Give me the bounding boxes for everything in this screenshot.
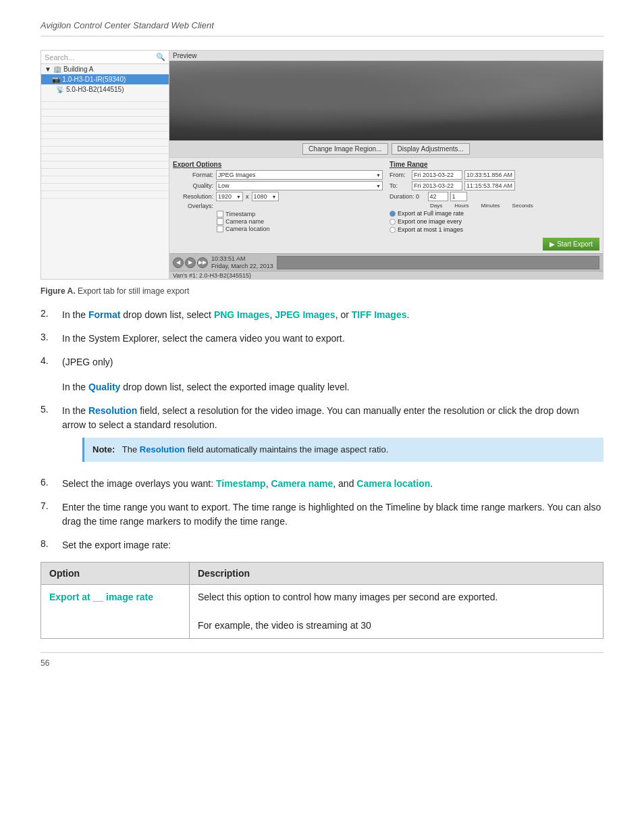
expand-icon: ▼: [45, 66, 51, 73]
tree-item-building[interactable]: ▼ 🏢 Building A: [41, 64, 169, 74]
quality-select[interactable]: Low: [216, 181, 383, 190]
camera-name: Van's #1: 2.0-H3-B2(345515): [173, 272, 251, 279]
quality-label: Quality:: [173, 182, 213, 189]
building-label: Building A: [63, 66, 93, 73]
description-cell: Select this option to control how many i…: [190, 584, 603, 638]
step-7-text: Enter the time range you want to export.…: [62, 500, 603, 529]
to-time[interactable]: 11:15:53.784 AM: [464, 181, 515, 190]
timestamp-link[interactable]: Timestamp: [216, 478, 266, 489]
display-adjustments-button[interactable]: Display Adjustments...: [392, 143, 470, 155]
minutes-label: Minutes: [481, 203, 500, 209]
start-export-button[interactable]: ▶ Start Export: [543, 238, 599, 251]
camera-name-link[interactable]: Camera name: [271, 478, 333, 489]
format-label: Format:: [173, 172, 213, 178]
tree-item-camera1[interactable]: 📷 1.0-H3-D1-IR(59340): [41, 74, 169, 84]
step-4-text: (JPEG only): [62, 357, 113, 367]
screenshot-container: Search... 🔍 ▼ 🏢 Building A 📷 1.0-H3-D1-I…: [41, 50, 603, 280]
figure-label: Figure A.: [41, 286, 76, 296]
cameralocation-checkbox[interactable]: [217, 226, 223, 232]
resolution-width-input[interactable]: 1920: [216, 192, 243, 201]
export-rate-table: Option Description Export at __ image ra…: [41, 562, 603, 639]
from-time[interactable]: 10:33:51.856 AM: [464, 170, 515, 180]
overlay-cameralocation-row: Camera location: [217, 226, 383, 232]
resolution-link[interactable]: Resolution: [88, 405, 137, 416]
tree-item-camera2[interactable]: 📡 5.0-H3-B2(144515): [41, 84, 169, 95]
camera1-label: 1.0-H3-D1-IR(59340): [62, 76, 126, 83]
step-3-text: In the System Explorer, select the camer…: [62, 332, 603, 346]
tl-time: 10:33:51 AM Friday, March 22, 2013: [211, 255, 273, 270]
resolution-label: Resolution:: [173, 193, 213, 200]
search-input[interactable]: Search...: [45, 53, 153, 61]
to-date[interactable]: Fri 2013-03-22: [412, 181, 462, 190]
step-6-text: Select the image overlays you want: Time…: [62, 477, 603, 491]
to-label: To:: [390, 182, 410, 189]
play-button[interactable]: ▶: [185, 257, 196, 268]
table-header-row: Option Description: [41, 562, 603, 584]
minutes-input[interactable]: 42: [428, 192, 448, 201]
step-2-number: 2.: [41, 308, 54, 319]
radio1[interactable]: [390, 211, 396, 217]
radio1-label: Export at Full image rate: [398, 210, 464, 217]
export-at-rate-link[interactable]: Export at __ image rate: [49, 592, 153, 602]
note-label: Note:: [92, 444, 115, 454]
radio2[interactable]: [390, 219, 396, 225]
camera2-icon: 📡: [56, 86, 64, 93]
right-panel: Preview Change Image Region... Display A…: [169, 51, 603, 279]
radio1-row: Export at Full image rate: [390, 210, 599, 217]
from-label: From:: [390, 172, 410, 178]
timeline-track[interactable]: [277, 256, 599, 269]
step-7: 7. Enter the time range you want to expo…: [41, 500, 603, 529]
export-options-col: Export Options Format: JPEG Images Quali…: [173, 161, 383, 251]
figure-caption: Figure A. Export tab for still image exp…: [41, 286, 603, 296]
format-link[interactable]: Format: [88, 309, 120, 320]
overlay-timestamp-row: Timestamp: [217, 211, 383, 217]
time-range-title: Time Range: [390, 161, 599, 168]
step-4-number: 4.: [41, 355, 54, 366]
next-button[interactable]: ▶▶: [197, 257, 208, 268]
duration-days-label: [424, 193, 426, 200]
resolution-x: x: [246, 193, 249, 200]
search-bar[interactable]: Search... 🔍: [41, 51, 169, 64]
preview-overlay: [169, 61, 603, 140]
quality-row: Quality: Low: [173, 181, 383, 190]
camera-location-link[interactable]: Camera location: [356, 478, 430, 489]
tl-date: Friday, March 22, 2013: [211, 263, 273, 270]
timestamp-checkbox[interactable]: [217, 211, 223, 217]
table-row: Export at __ image rate Select this opti…: [41, 584, 603, 638]
step-4-content: (JPEG only) In the Quality drop down lis…: [62, 355, 350, 394]
format-select[interactable]: JPEG Images: [216, 170, 383, 180]
col2-header: Description: [190, 562, 603, 584]
cameraname-checkbox[interactable]: [217, 218, 223, 225]
quality-link[interactable]: Quality: [88, 382, 120, 392]
format-row: Format: JPEG Images: [173, 170, 383, 180]
jpeg-images-link[interactable]: JPEG Images: [275, 309, 336, 320]
change-image-region-button[interactable]: Change Image Region...: [302, 143, 387, 155]
step-8-number: 8.: [41, 538, 54, 549]
from-date[interactable]: Fri 2013-03-22: [412, 170, 462, 180]
step-6-number: 6.: [41, 477, 54, 488]
note-resolution-link[interactable]: Resolution: [140, 444, 185, 454]
step-8: 8. Set the export image rate:: [41, 538, 603, 552]
icon-building: 🏢: [53, 66, 61, 73]
bottom-bar: Van's #1: 2.0-H3-B2(345515): [169, 271, 603, 279]
overlays-label: Overlays:: [173, 203, 213, 209]
prev-button[interactable]: ◀: [173, 257, 184, 268]
step-7-number: 7.: [41, 500, 54, 511]
timestamp-label: Timestamp: [225, 211, 255, 217]
radio3[interactable]: [390, 227, 396, 233]
overlay-cameraname-row: Camera name: [217, 218, 383, 225]
resolution-height-input[interactable]: 1080: [252, 192, 279, 201]
hours-label: Hours: [454, 203, 468, 209]
seconds-input[interactable]: 1: [450, 192, 467, 201]
duration-row: Duration: 0 42 1: [390, 192, 599, 201]
option-cell: Export at __ image rate: [41, 584, 190, 638]
preview-label: Preview: [169, 51, 603, 61]
days-label: Days: [430, 203, 442, 209]
page-header: Avigilon Control Center Standard Web Cli…: [41, 20, 603, 36]
tiff-images-link[interactable]: TIFF Images: [352, 309, 407, 320]
overlays-row: Overlays:: [173, 203, 383, 209]
seconds-label: Seconds: [512, 203, 533, 209]
to-row: To: Fri 2013-03-22 11:15:53.784 AM: [390, 181, 599, 190]
png-images-link[interactable]: PNG Images: [214, 309, 269, 320]
col1-header: Option: [41, 562, 190, 584]
